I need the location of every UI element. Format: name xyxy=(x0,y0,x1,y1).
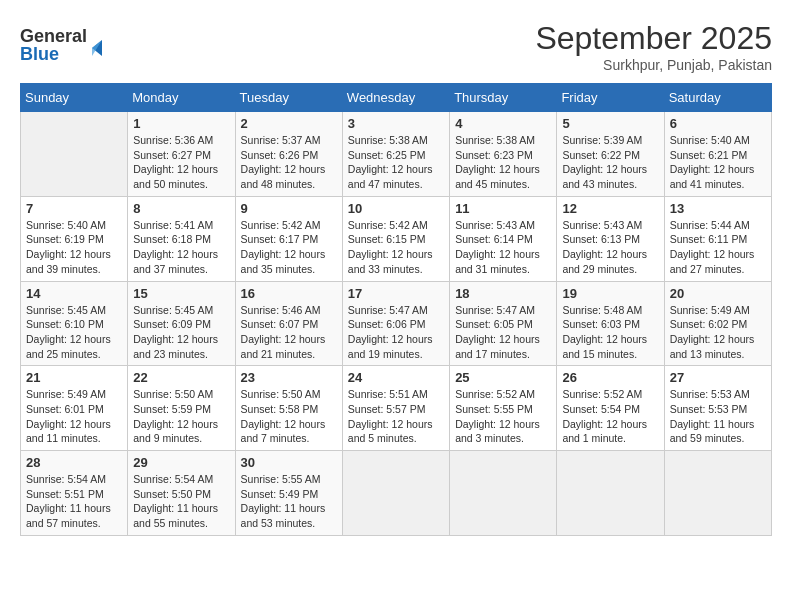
calendar-cell: 28Sunrise: 5:54 AM Sunset: 5:51 PM Dayli… xyxy=(21,451,128,536)
week-row-1: 1Sunrise: 5:36 AM Sunset: 6:27 PM Daylig… xyxy=(21,112,772,197)
location: Surkhpur, Punjab, Pakistan xyxy=(535,57,772,73)
calendar-cell: 29Sunrise: 5:54 AM Sunset: 5:50 PM Dayli… xyxy=(128,451,235,536)
day-number: 3 xyxy=(348,116,444,131)
calendar-body: 1Sunrise: 5:36 AM Sunset: 6:27 PM Daylig… xyxy=(21,112,772,536)
calendar-cell: 7Sunrise: 5:40 AM Sunset: 6:19 PM Daylig… xyxy=(21,196,128,281)
day-info: Sunrise: 5:49 AM Sunset: 6:01 PM Dayligh… xyxy=(26,387,122,446)
svg-text:General: General xyxy=(20,26,87,46)
day-number: 23 xyxy=(241,370,337,385)
day-info: Sunrise: 5:52 AM Sunset: 5:54 PM Dayligh… xyxy=(562,387,658,446)
day-of-week-monday: Monday xyxy=(128,84,235,112)
day-number: 16 xyxy=(241,286,337,301)
day-number: 6 xyxy=(670,116,766,131)
calendar-cell: 8Sunrise: 5:41 AM Sunset: 6:18 PM Daylig… xyxy=(128,196,235,281)
calendar-cell: 18Sunrise: 5:47 AM Sunset: 6:05 PM Dayli… xyxy=(450,281,557,366)
week-row-5: 28Sunrise: 5:54 AM Sunset: 5:51 PM Dayli… xyxy=(21,451,772,536)
calendar-cell: 20Sunrise: 5:49 AM Sunset: 6:02 PM Dayli… xyxy=(664,281,771,366)
day-number: 7 xyxy=(26,201,122,216)
day-number: 20 xyxy=(670,286,766,301)
calendar-cell: 30Sunrise: 5:55 AM Sunset: 5:49 PM Dayli… xyxy=(235,451,342,536)
day-info: Sunrise: 5:44 AM Sunset: 6:11 PM Dayligh… xyxy=(670,218,766,277)
calendar-cell: 25Sunrise: 5:52 AM Sunset: 5:55 PM Dayli… xyxy=(450,366,557,451)
logo-icon: General Blue xyxy=(20,20,110,70)
day-of-week-friday: Friday xyxy=(557,84,664,112)
day-info: Sunrise: 5:41 AM Sunset: 6:18 PM Dayligh… xyxy=(133,218,229,277)
day-number: 18 xyxy=(455,286,551,301)
day-info: Sunrise: 5:39 AM Sunset: 6:22 PM Dayligh… xyxy=(562,133,658,192)
week-row-3: 14Sunrise: 5:45 AM Sunset: 6:10 PM Dayli… xyxy=(21,281,772,366)
day-number: 12 xyxy=(562,201,658,216)
day-info: Sunrise: 5:40 AM Sunset: 6:19 PM Dayligh… xyxy=(26,218,122,277)
day-number: 10 xyxy=(348,201,444,216)
calendar-cell: 4Sunrise: 5:38 AM Sunset: 6:23 PM Daylig… xyxy=(450,112,557,197)
day-info: Sunrise: 5:54 AM Sunset: 5:51 PM Dayligh… xyxy=(26,472,122,531)
day-of-week-tuesday: Tuesday xyxy=(235,84,342,112)
day-info: Sunrise: 5:36 AM Sunset: 6:27 PM Dayligh… xyxy=(133,133,229,192)
day-number: 22 xyxy=(133,370,229,385)
day-number: 28 xyxy=(26,455,122,470)
day-info: Sunrise: 5:40 AM Sunset: 6:21 PM Dayligh… xyxy=(670,133,766,192)
calendar-cell: 27Sunrise: 5:53 AM Sunset: 5:53 PM Dayli… xyxy=(664,366,771,451)
page-header: General Blue September 2025 Surkhpur, Pu… xyxy=(20,20,772,73)
calendar-cell: 14Sunrise: 5:45 AM Sunset: 6:10 PM Dayli… xyxy=(21,281,128,366)
calendar-cell: 22Sunrise: 5:50 AM Sunset: 5:59 PM Dayli… xyxy=(128,366,235,451)
day-info: Sunrise: 5:37 AM Sunset: 6:26 PM Dayligh… xyxy=(241,133,337,192)
calendar-table: SundayMondayTuesdayWednesdayThursdayFrid… xyxy=(20,83,772,536)
day-number: 25 xyxy=(455,370,551,385)
day-number: 19 xyxy=(562,286,658,301)
calendar-cell xyxy=(557,451,664,536)
title-block: September 2025 Surkhpur, Punjab, Pakista… xyxy=(535,20,772,73)
day-info: Sunrise: 5:45 AM Sunset: 6:10 PM Dayligh… xyxy=(26,303,122,362)
day-number: 11 xyxy=(455,201,551,216)
calendar-cell: 13Sunrise: 5:44 AM Sunset: 6:11 PM Dayli… xyxy=(664,196,771,281)
svg-text:Blue: Blue xyxy=(20,44,59,64)
calendar-cell xyxy=(342,451,449,536)
day-number: 15 xyxy=(133,286,229,301)
calendar-cell: 5Sunrise: 5:39 AM Sunset: 6:22 PM Daylig… xyxy=(557,112,664,197)
calendar-cell: 23Sunrise: 5:50 AM Sunset: 5:58 PM Dayli… xyxy=(235,366,342,451)
day-info: Sunrise: 5:53 AM Sunset: 5:53 PM Dayligh… xyxy=(670,387,766,446)
calendar-cell: 21Sunrise: 5:49 AM Sunset: 6:01 PM Dayli… xyxy=(21,366,128,451)
day-of-week-wednesday: Wednesday xyxy=(342,84,449,112)
day-number: 1 xyxy=(133,116,229,131)
day-number: 26 xyxy=(562,370,658,385)
day-number: 9 xyxy=(241,201,337,216)
calendar-cell: 24Sunrise: 5:51 AM Sunset: 5:57 PM Dayli… xyxy=(342,366,449,451)
day-number: 14 xyxy=(26,286,122,301)
days-of-week-row: SundayMondayTuesdayWednesdayThursdayFrid… xyxy=(21,84,772,112)
day-of-week-thursday: Thursday xyxy=(450,84,557,112)
day-info: Sunrise: 5:45 AM Sunset: 6:09 PM Dayligh… xyxy=(133,303,229,362)
day-number: 8 xyxy=(133,201,229,216)
day-info: Sunrise: 5:55 AM Sunset: 5:49 PM Dayligh… xyxy=(241,472,337,531)
calendar-cell xyxy=(21,112,128,197)
calendar-cell: 9Sunrise: 5:42 AM Sunset: 6:17 PM Daylig… xyxy=(235,196,342,281)
day-number: 30 xyxy=(241,455,337,470)
day-number: 29 xyxy=(133,455,229,470)
calendar-cell xyxy=(450,451,557,536)
day-number: 5 xyxy=(562,116,658,131)
day-of-week-saturday: Saturday xyxy=(664,84,771,112)
day-info: Sunrise: 5:50 AM Sunset: 5:58 PM Dayligh… xyxy=(241,387,337,446)
calendar-cell: 3Sunrise: 5:38 AM Sunset: 6:25 PM Daylig… xyxy=(342,112,449,197)
calendar-cell: 2Sunrise: 5:37 AM Sunset: 6:26 PM Daylig… xyxy=(235,112,342,197)
calendar-cell xyxy=(664,451,771,536)
month-title: September 2025 xyxy=(535,20,772,57)
day-info: Sunrise: 5:49 AM Sunset: 6:02 PM Dayligh… xyxy=(670,303,766,362)
day-number: 27 xyxy=(670,370,766,385)
day-info: Sunrise: 5:54 AM Sunset: 5:50 PM Dayligh… xyxy=(133,472,229,531)
day-number: 24 xyxy=(348,370,444,385)
week-row-2: 7Sunrise: 5:40 AM Sunset: 6:19 PM Daylig… xyxy=(21,196,772,281)
calendar-cell: 6Sunrise: 5:40 AM Sunset: 6:21 PM Daylig… xyxy=(664,112,771,197)
day-info: Sunrise: 5:42 AM Sunset: 6:15 PM Dayligh… xyxy=(348,218,444,277)
day-info: Sunrise: 5:43 AM Sunset: 6:14 PM Dayligh… xyxy=(455,218,551,277)
calendar-cell: 1Sunrise: 5:36 AM Sunset: 6:27 PM Daylig… xyxy=(128,112,235,197)
day-of-week-sunday: Sunday xyxy=(21,84,128,112)
calendar-cell: 11Sunrise: 5:43 AM Sunset: 6:14 PM Dayli… xyxy=(450,196,557,281)
day-info: Sunrise: 5:52 AM Sunset: 5:55 PM Dayligh… xyxy=(455,387,551,446)
day-number: 17 xyxy=(348,286,444,301)
day-info: Sunrise: 5:48 AM Sunset: 6:03 PM Dayligh… xyxy=(562,303,658,362)
day-number: 21 xyxy=(26,370,122,385)
day-number: 4 xyxy=(455,116,551,131)
day-info: Sunrise: 5:51 AM Sunset: 5:57 PM Dayligh… xyxy=(348,387,444,446)
week-row-4: 21Sunrise: 5:49 AM Sunset: 6:01 PM Dayli… xyxy=(21,366,772,451)
